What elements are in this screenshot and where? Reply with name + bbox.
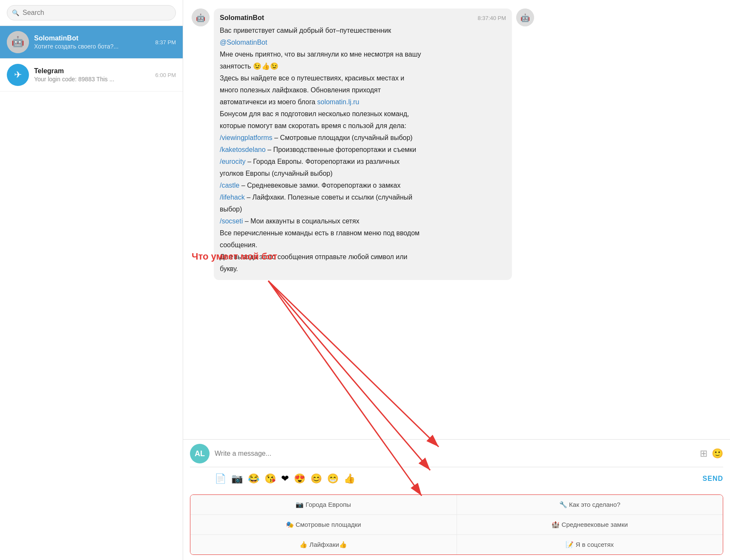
user-avatar: AL [190, 444, 210, 463]
chat-info-telegram: Telegram Your login code: 89883 This ... [34, 67, 152, 83]
msg-line4: автоматичекси из моего блога solomatin.l… [220, 97, 506, 107]
kb-btn-kaketosdelano[interactable]: 🔧 Как это сделано? [457, 495, 723, 514]
bot-avatar-left: 🤖 [192, 9, 210, 26]
msg-line1: Мне очень приятно, что вы заглянули ко м… [220, 49, 506, 60]
msg-emojis: занятость 😉👍😉 [220, 61, 506, 71]
emoji-kiss[interactable]: 😘 [264, 473, 276, 484]
search-wrapper: 🔍 [7, 5, 176, 20]
chat-list: 🤖 SolomatinBot Хотите создать своего бот… [0, 26, 183, 560]
svg-text:🤖: 🤖 [196, 13, 206, 23]
search-input[interactable] [7, 5, 176, 20]
msg-cmd2: /kaketosdelano – Производственные фоторе… [220, 145, 506, 155]
cmd6-link[interactable]: /socseti [220, 217, 243, 225]
input-divider [190, 467, 723, 467]
emoji-smile[interactable]: 😊 [310, 473, 322, 484]
emoji-thumbsup[interactable]: 👍 [344, 473, 355, 484]
input-row: AL ⊞ 🙂 [190, 444, 723, 463]
input-area: AL ⊞ 🙂 📄 📷 😂 😘 ❤ 😍 😊 😁 👍 SEND [183, 439, 730, 491]
bot-avatar-right: 🤖 [516, 9, 534, 26]
emoji-send-row: 📄 📷 😂 😘 ❤ 😍 😊 😁 👍 SEND [190, 471, 723, 487]
kb-btn-socseti[interactable]: 📝 Я в соцсетях [457, 535, 723, 554]
msg-cmd1: /viewingplatforms – Смотровые площадки (… [220, 133, 506, 143]
msg-line2: Здесь вы найдете все о путешествиях, кра… [220, 73, 506, 83]
cmd3-link[interactable]: /eurocity [220, 158, 245, 165]
keyboard-row-3: 👍 Лайфхаки👍 📝 Я в соцсетях [190, 535, 723, 554]
msg-cmd6: /socseti – Мои аккаунты в социальных сет… [220, 216, 506, 226]
msg-cmd5: /lifehack – Лайфхаки. Полезные советы и … [220, 192, 506, 203]
message-input[interactable] [215, 446, 700, 461]
msg-cmd4: /castle – Средневековые замки. Фоторепор… [220, 180, 506, 191]
main-chat: 🤖 SolomatinBot 8:37:40 PM Вас приветству… [183, 0, 730, 560]
msg-line-mention: @SolomatinBot [220, 37, 506, 48]
emoji-heart-eyes[interactable]: 😍 [294, 473, 305, 484]
blog-link[interactable]: solomatin.lj.ru [317, 98, 359, 106]
keyboard-row-2: 🎭 Смотровые площадки 🏰 Средневековые зам… [190, 515, 723, 535]
kb-btn-eurocity[interactable]: 📷 Города Европы [190, 495, 457, 514]
msg-cmd3: /eurocity – Города Европы. Фоторепортажи… [220, 157, 506, 167]
cmd2-link[interactable]: /kaketosdelano [220, 146, 266, 153]
chat-info-solomatinbot: SolomatinBot Хотите создать своего бота?… [34, 34, 152, 50]
cmd5-link[interactable]: /lifehack [220, 194, 245, 201]
kb-btn-lifehack[interactable]: 👍 Лайфхаки👍 [190, 535, 457, 554]
chat-name-solomatinbot: SolomatinBot [34, 34, 152, 42]
msg-footer3: Для вывода этого сообщения отправьте люб… [220, 252, 506, 262]
sidebar: 🔍 🤖 SolomatinBot Хотите создать своего б… [0, 0, 183, 560]
msg-cmd5-cont: выбор) [220, 204, 506, 214]
emoji-icon[interactable]: 🙂 [712, 448, 723, 459]
input-icons: ⊞ 🙂 [700, 448, 723, 459]
camera-icon[interactable]: 📷 [231, 473, 243, 484]
search-icon: 🔍 [12, 9, 19, 16]
svg-text:🤖: 🤖 [11, 35, 24, 48]
keyboard-row-1: 📷 Города Европы 🔧 Как это сделано? [190, 495, 723, 515]
kb-btn-castle[interactable]: 🏰 Средневековые замки [457, 515, 723, 534]
mention-link[interactable]: @SolomatinBot [220, 39, 267, 46]
chat-preview-solomatinbot: Хотите создать своего бота?... [34, 43, 152, 50]
chat-preview-telegram: Your login code: 89883 This ... [34, 76, 152, 83]
messages-area: 🤖 SolomatinBot 8:37:40 PM Вас приветству… [183, 0, 730, 439]
message-bubble: SolomatinBot 8:37:40 PM Вас приветствует… [214, 9, 512, 280]
msg-footer4: букву. [220, 264, 506, 274]
emoji-laugh[interactable]: 😂 [248, 473, 259, 484]
cmd1-link[interactable]: /viewingplatforms [220, 134, 273, 141]
msg-line5: Бонусом для вас я подготовил несколько п… [220, 109, 506, 119]
cmd4-link[interactable]: /castle [220, 182, 239, 189]
chat-item-solomatinbot[interactable]: 🤖 SolomatinBot Хотите создать своего бот… [0, 26, 183, 59]
msg-line-greeting: Вас приветствует самый добрый бот–путеше… [220, 26, 506, 36]
message-time: 8:37:40 PM [478, 14, 506, 23]
emoji-grin[interactable]: 😁 [327, 473, 339, 484]
grid-icon[interactable]: ⊞ [700, 448, 707, 459]
avatar-telegram: ✈ [7, 64, 29, 86]
chat-time-solomatinbot: 8:37 PM [155, 39, 176, 46]
msg-footer2: сообщения. [220, 240, 506, 250]
message-header: SolomatinBot 8:37:40 PM [220, 13, 506, 23]
avatar-solomatinbot: 🤖 [7, 31, 29, 53]
sender-name: SolomatinBot [220, 13, 264, 23]
kb-btn-viewingplatforms[interactable]: 🎭 Смотровые площадки [190, 515, 457, 534]
emoji-heart[interactable]: ❤ [281, 473, 289, 484]
message-row-bot: 🤖 SolomatinBot 8:37:40 PM Вас приветству… [192, 9, 721, 280]
chat-time-telegram: 6:00 PM [155, 72, 176, 78]
keyboard-panel: 📷 Города Европы 🔧 Как это сделано? 🎭 Смо… [190, 494, 723, 555]
msg-line6: которые помогут вам скоротать время с по… [220, 121, 506, 131]
msg-footer1: Все перечисленные команды есть в главном… [220, 228, 506, 238]
search-bar: 🔍 [0, 0, 183, 26]
chat-name-telegram: Telegram [34, 67, 152, 75]
msg-cmd3-cont: уголков Европы (случайный выбор) [220, 169, 506, 179]
msg-line3: много полезных лайфхаков. Обновления при… [220, 85, 506, 95]
send-button[interactable]: SEND [703, 475, 723, 483]
attach-icon[interactable]: 📄 [215, 473, 226, 484]
svg-text:🤖: 🤖 [520, 13, 530, 23]
chat-item-telegram[interactable]: ✈ Telegram Your login code: 89883 This .… [0, 59, 183, 91]
